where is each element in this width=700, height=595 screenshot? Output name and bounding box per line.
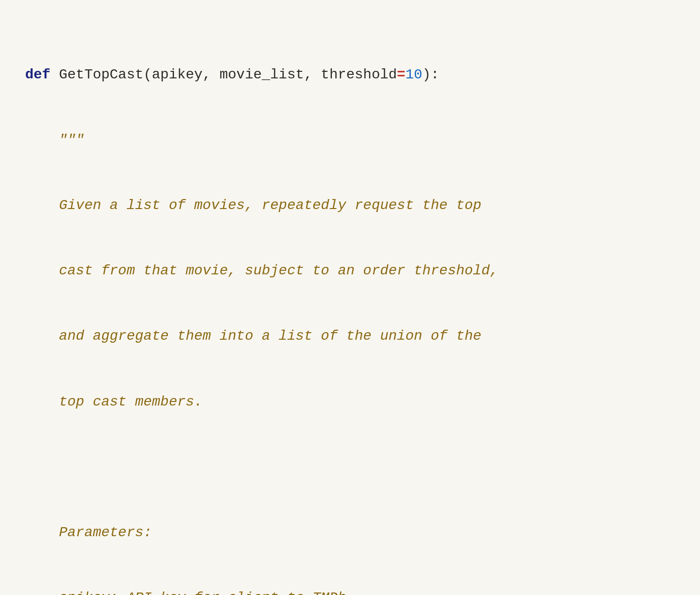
code-line-2: """	[25, 129, 675, 151]
code-line-5: and aggregate them into a list of the un…	[25, 325, 675, 347]
code-line-1: def GetTopCast(apikey, movie_list, thres…	[25, 64, 675, 85]
keyword-def: def	[25, 67, 50, 82]
code-line-8: Parameters:	[25, 522, 675, 543]
code-line-9: apikey: API key for client to TMDb	[25, 587, 675, 595]
code-line-4: cast from that movie, subject to an orde…	[25, 260, 675, 281]
code-line-7	[25, 456, 675, 478]
code-line-6: top cast members.	[25, 391, 675, 413]
code-line-3: Given a list of movies, repeatedly reque…	[25, 194, 675, 216]
code-block: def GetTopCast(apikey, movie_list, thres…	[25, 20, 675, 595]
